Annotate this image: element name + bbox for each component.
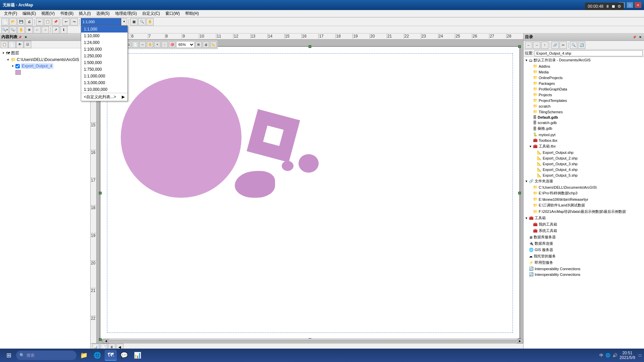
cat-export5[interactable]: 📐 Export_Output_5.shp: [524, 172, 644, 178]
scroll-left-btn[interactable]: ◀: [103, 339, 109, 343]
menu-customize[interactable]: 自定义(C): [140, 10, 163, 17]
maximize-button[interactable]: □: [627, 2, 633, 8]
toc-list-by-visibility[interactable]: 👁: [16, 41, 23, 48]
scale-option-250000[interactable]: 1:250,000: [81, 53, 127, 59]
cat-my-toolbox[interactable]: 🧰 我的工具箱: [524, 221, 644, 228]
h-scrollbar[interactable]: ◀ ▶: [103, 339, 523, 343]
cat-db-servers[interactable]: 🖥 数据库服务器: [524, 234, 644, 240]
scale-option-500000[interactable]: 1:500,000: [81, 59, 127, 66]
scroll-track[interactable]: [110, 340, 516, 343]
default-workspace-expand[interactable]: ▼: [525, 59, 529, 62]
cat-disconnect-btn[interactable]: ✂: [559, 42, 567, 49]
taskbar-app2[interactable]: 💬: [118, 350, 130, 361]
toc-layers-group[interactable]: ▼ 🗺 图层: [1, 50, 89, 57]
settings-icon[interactable]: ⚙: [618, 4, 621, 9]
cat-toolboxes[interactable]: ▼ 🧰 工具箱: [524, 215, 644, 221]
menu-view[interactable]: 视图(V): [39, 10, 57, 17]
path-expand[interactable]: ▼: [6, 58, 10, 62]
new-btn[interactable]: 📄: [1, 18, 9, 25]
cat-addins[interactable]: 📁 AddIns: [524, 63, 644, 69]
cat-packages[interactable]: 📁 Packages: [524, 80, 644, 86]
cat-export4[interactable]: 📐 Export_Output_4.shp: [524, 167, 644, 172]
redo-btn[interactable]: ↪: [70, 18, 78, 25]
folder-connections-expand[interactable]: ▼: [525, 180, 529, 183]
stop-icon[interactable]: ⏹: [611, 4, 615, 9]
lt-zoom-width[interactable]: ↔: [139, 41, 146, 48]
toc-layer-item[interactable]: ▼ Export_Output_4: [11, 63, 89, 69]
lt-btn-extra3[interactable]: 📐: [210, 41, 217, 48]
cat-fc2[interactable]: 📁 E:\Pro书\样例数据\chp3: [524, 190, 644, 196]
toc-list-by-drawing[interactable]: 📋: [1, 41, 8, 48]
identify-btn[interactable]: ℹ: [60, 26, 67, 34]
scale-option-3m[interactable]: 1:3,000,000: [81, 79, 127, 86]
menu-insert[interactable]: 插入(I): [76, 10, 93, 17]
scale-option-1m[interactable]: 1:1,000,000: [81, 73, 127, 79]
toc-list-by-selection[interactable]: ☑: [24, 41, 31, 48]
save-btn[interactable]: 💾: [17, 18, 25, 25]
taskbar-app3[interactable]: 📊: [131, 350, 144, 361]
pan-map-btn[interactable]: ✋: [17, 26, 25, 34]
cat-refresh-btn[interactable]: 🔄: [578, 42, 585, 49]
lt-zoom-page[interactable]: 📄: [132, 41, 139, 48]
show-desktop-btn[interactable]: □: [637, 353, 641, 358]
handle-tr[interactable]: [518, 45, 521, 48]
lt-btn-extra2[interactable]: 🖨: [203, 41, 209, 48]
lt-zoom-in[interactable]: +: [154, 41, 161, 48]
cat-media[interactable]: 📁 Media: [524, 69, 644, 75]
taskbar-search[interactable]: 🔍 搜索: [16, 351, 76, 360]
scale-option-10000[interactable]: 1:10,000: [81, 33, 127, 39]
undo-btn[interactable]: ↩: [62, 18, 70, 25]
start-button[interactable]: ⊞: [3, 350, 15, 361]
cat-search-btn[interactable]: 🔍: [570, 42, 577, 49]
zoom-btn[interactable]: 🔍: [138, 18, 146, 25]
layout-zoom-select[interactable]: 25% 50% 65% 75% 100% 200%: [176, 41, 195, 48]
cat-tiling[interactable]: 📁 TilingSchemes: [524, 109, 644, 115]
cat-scratch[interactable]: 📁 scratch: [524, 103, 644, 109]
menu-bookmarks[interactable]: 书签(B): [57, 10, 76, 17]
cat-sys-toolbox[interactable]: 🧰 系统工具箱: [524, 228, 644, 234]
location-input[interactable]: [535, 50, 643, 56]
cat-fwd-btn[interactable]: →: [533, 42, 540, 49]
cat-online[interactable]: 📁 OnlineProjects: [524, 75, 644, 80]
lt-pan[interactable]: ✋: [147, 41, 153, 48]
select-btn[interactable]: ↗: [52, 26, 59, 34]
cat-tools-tbx[interactable]: ▼ 🧰 工具箱.tbx: [524, 143, 644, 149]
taskbar-time[interactable]: 20:51 2021/5/9: [620, 351, 635, 360]
toolboxes-expand[interactable]: ▼: [525, 217, 529, 220]
cat-hosted-services[interactable]: ☁ 我托管的服务: [524, 253, 644, 259]
cat-toolbox-tbx[interactable]: 🧰 Toolbox.tbx: [524, 137, 644, 143]
cat-raster-gdb[interactable]: 🗄 橱格.gdb: [524, 125, 644, 132]
cat-ready-services[interactable]: ⚡ 即用型服务: [524, 259, 644, 266]
menu-file[interactable]: 文件(F): [1, 10, 20, 17]
pan-btn[interactable]: ✋: [146, 18, 154, 25]
scale-option-24000[interactable]: 1:24,000: [81, 39, 127, 46]
cat-fc3[interactable]: 📁 E:\tknew106\tk\bin\Release\lyr: [524, 196, 644, 202]
menu-edit[interactable]: 编辑(E): [20, 10, 39, 17]
back-extent-btn[interactable]: ←: [34, 26, 41, 34]
paste-btn[interactable]: 📌: [52, 18, 59, 25]
cat-back-btn[interactable]: ←: [525, 42, 532, 49]
scale-arrow[interactable]: ▼: [121, 18, 127, 25]
scale-option-1000[interactable]: 1:1,000: [81, 26, 127, 33]
cat-folder-connections[interactable]: ▼ 🔗 文件夹连接: [524, 178, 644, 184]
taskbar-network-icon[interactable]: 🌐: [605, 353, 610, 358]
lt-zoom-out[interactable]: -: [161, 41, 168, 48]
layer-visibility-check[interactable]: [15, 64, 20, 68]
catalog-float-btn[interactable]: 📌: [632, 35, 637, 40]
cat-default-workspace[interactable]: ▼ 🗂 默认工作目录 - Documents/ArcGIS: [524, 57, 644, 63]
cat-default-gdb[interactable]: 🗄 Default.gdb: [524, 115, 644, 120]
cat-scratch-gdb[interactable]: 🗄 scratch.gdb: [524, 120, 644, 125]
handle-bl[interactable]: [99, 338, 102, 341]
zoom-out-btn[interactable]: 🔍-: [9, 26, 17, 34]
pause-icon[interactable]: ⏸: [605, 4, 609, 9]
close-button[interactable]: ✕: [635, 2, 641, 8]
handle-tm[interactable]: [309, 45, 311, 48]
cat-gis-servers[interactable]: 🌐 GIS 服务器: [524, 247, 644, 253]
print-btn[interactable]: 🖨: [25, 18, 33, 25]
cat-projects[interactable]: 📁 Projects: [524, 92, 644, 98]
menu-window[interactable]: 窗口(W): [163, 10, 182, 17]
scroll-right-btn[interactable]: ▶: [517, 339, 523, 343]
copy-btn[interactable]: 📋: [44, 18, 51, 25]
handle-ml[interactable]: [99, 192, 102, 194]
cat-mytool[interactable]: 🐍 mytool.pyt: [524, 132, 644, 137]
